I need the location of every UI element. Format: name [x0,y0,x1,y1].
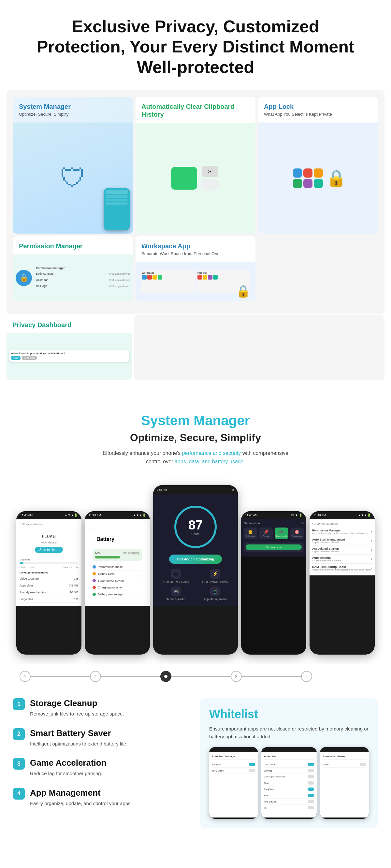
whitelist-desc: Ensure important apps are not closed or … [209,725,369,741]
card-applock-subtitle: What App You Select is Kept Private [264,112,372,117]
feature-num-3: 3 [17,761,21,767]
score-grid-power: ⚡ Smart Power Saving [197,569,233,583]
whitelist-item-office: Office [323,762,366,768]
appmgmt-title: App Management [314,522,337,525]
dot-active [160,671,231,682]
card-permission: Permission Manager 🔒 Permission manager … [13,236,133,301]
storage-big-num: 610KB [20,527,78,541]
line-3 [242,676,301,677]
feature-item-2: 2 Smart Battery Saver Intelligent optimi… [13,728,190,748]
dot-2: 2 [90,671,160,682]
battery-item-charging: Charging protection [93,584,142,591]
power-icon: ⚡ [210,569,220,579]
whitelist-title: Whitelist [209,707,369,721]
hero-section: Exclusive Privacy, Customized Protection… [0,0,391,87]
system-manager-description: Effortlessly enhance your phone's perfor… [98,449,293,466]
dot-label-2: 2 [94,674,96,679]
score-screen: 87 Score One-touch Optimizing 🗂 Free up … [153,494,238,606]
feature-num-4: 4 [17,790,21,797]
appmgmt-item-autostart: Auto Start Management 5 apps have been a… [312,536,372,546]
whitelist-phone1-item2: WPS Office [212,768,255,774]
whitelist-item-datamigration: Data Migration Assistant [264,774,314,780]
feature-title-2: Smart Battery Saver [30,728,127,738]
line-1 [31,676,90,677]
feature-desc-4: Easily organize, update, and control you… [30,800,132,807]
battery-status-bar: 11:43 AM ● ▼ ● 🔋 [85,511,150,519]
storage-item-large: Large files0 B [20,596,78,603]
battery-bar: 56% fast charging [93,549,142,561]
features-list: 1 Storage Cleanup Remove junk files to f… [13,698,190,828]
whitelist-phone1-bar [209,747,258,752]
feature-grid: System Manager Optimize, Secure, Simplif… [6,90,385,314]
whitelist-phone-2: Auto clean Child mode Chrome Data Migrat… [261,747,317,819]
feature-badge-3: 3 [13,758,25,770]
feature-item-3: 3 Game Acceleration Reduce lag for smoot… [13,758,190,777]
whitelist-phone1-header: Auto Start Manage... [212,755,255,760]
feature-item-4: 4 App Management Easily organize, update… [13,788,190,807]
dot-btn-4[interactable]: 4 [301,671,312,682]
feature-title-3: Game Acceleration [30,758,107,768]
whitelist-item-easyshare: EasyShare [264,786,314,793]
storage-sub: View details [20,541,78,544]
card-clipboard: Automatically Clear Clipboard History ✂ [136,97,255,234]
dot-label-1: 1 [24,674,26,679]
battery-item-super: Super power saving [93,577,142,584]
hero-title: Exclusive Privacy, Customized Protection… [26,16,365,77]
dot-label-4: 4 [305,674,308,679]
whitelist-phone1-item1: v2dayNG [212,762,255,768]
cloud-shape [200,179,220,191]
desc-text-1: Effortlessly enhance your phone's [102,450,181,456]
whitelist-item-fit: Fit [264,805,314,811]
free-space-icon: 🗂 [171,569,181,579]
whitelist-phones: Auto Start Manage... v2dayNG WPS Office … [209,747,369,819]
feature-desc-2: Intelligent optimizations to extend batt… [30,740,127,748]
feature-text-1: Storage Cleanup Remove junk files to fre… [30,698,124,718]
battery-pct: 56% [95,551,101,555]
dot-btn-1[interactable]: 1 [20,671,31,682]
capacity-label: Capacity [20,558,78,561]
highlight-performance: performance and security [182,450,241,456]
phone-gamemode: 11:43 AM 🎮 ▼ 🔋 Game mode ⋯ ☐ 👶 Child mod… [241,511,306,655]
privacy-notification: Allow Photo App to send you notification… [9,350,129,362]
whitelist-phone-3: Associated Startup Office [320,747,369,819]
whitelist-item-childmode: Child mode [264,762,314,768]
perm-item-calllogs: Call logs 6/11 apps allowed [36,283,130,289]
optimize-button[interactable]: One-touch Optimizing [169,555,222,564]
card-workspace-title: Workspace App [142,242,249,250]
dot-btn-active[interactable] [160,671,171,682]
storage-title: Storage cleanup [22,523,43,526]
app-management-label: App Management [203,597,227,601]
score-circle: 87 Score [174,506,217,548]
appmgmt-item-permission: Permission Manager Apps that currently u… [312,527,372,536]
feature-desc-1: Remove junk files to free up storage spa… [30,710,124,718]
appmgmt-screen: ‹ App Management Permission Manager Apps… [309,519,375,576]
score-number: 87 [188,518,203,532]
whitelist-item-drive: Drive [264,780,314,786]
score-status-bar: 7:56 PM ⚙ [153,485,238,494]
gamemode-screen: Game mode ⋯ ☐ 👶 Child mode 📌 Pin sets 🎮 … [241,519,306,557]
whitelist-panel: Whitelist Ensure important apps are not … [200,698,378,828]
dot-btn-3[interactable]: 3 [231,671,242,682]
whitelist-phone-1: Auto Start Manage... v2dayNG WPS Office [209,747,258,819]
game-label: Game Speedup [166,597,186,601]
power-label: Smart Power Saving [202,580,229,583]
feature-title-4: App Management [30,788,132,798]
highlight-apps: apps, data, and battery usage. [175,459,245,464]
gamemode-status-bar: 11:43 AM 🎮 ▼ 🔋 [241,511,306,519]
storage-item-apps: Apps data7.5 MB [20,582,78,589]
score-grid: 🗂 Free up more space ⚡ Smart Power Savin… [158,569,233,601]
feature-title-1: Storage Cleanup [30,698,124,708]
permission-lock-icon: 🔒 [16,270,32,286]
clipboard-green-card [171,167,197,190]
storage-clean-btn[interactable]: Safe to clean [35,547,63,553]
storage-status-bar: 11:43 AM ● ▼ ● 🔋 [16,511,82,519]
card-system-manager: System Manager Optimize, Secure, Simplif… [13,97,133,234]
phone-battery: 11:43 AM ● ▼ ● 🔋 ‹ Battery 56% fast char… [85,511,150,655]
dot-btn-2[interactable]: 2 [90,671,101,682]
whitelist-phone3-header: Associated Startup [323,755,366,760]
perm-item-calendar: Calendar 9/11 apps allowed [36,277,130,283]
card-system-manager-subtitle: Optimize, Secure, Simplify [19,112,127,117]
feature-badge-2: 2 [13,728,25,740]
card-privacy-dashboard: Privacy Dashboard Allow Photo App to sen… [6,315,132,380]
dot-3: 3 [231,671,301,682]
